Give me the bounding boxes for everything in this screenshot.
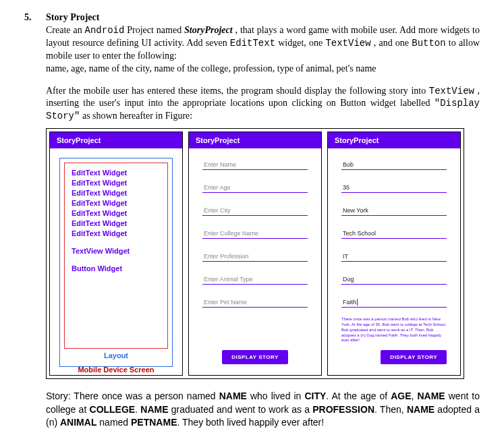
panel-empty-form: StoryProject Enter Name Enter Age Enter … <box>188 132 322 376</box>
app-bar: StoryProject <box>189 132 321 148</box>
pet-field[interactable]: Faith <box>341 295 447 308</box>
panel-content: EditText Widget EditText Widget EditText… <box>50 148 182 375</box>
heading-number: 5. <box>24 12 40 23</box>
code-android: Android <box>85 25 125 36</box>
text: who lived in <box>247 391 304 401</box>
placeholder-name: NAME <box>219 391 247 401</box>
text: Project named <box>127 25 184 35</box>
age-field[interactable]: 35 <box>341 180 447 193</box>
intro-paragraph-1: Create an Android Project named StoryPro… <box>46 24 480 76</box>
layout-caption: Layout <box>64 351 168 360</box>
placeholder-name4: NAME <box>407 404 435 415</box>
edittext-widget: EditText Widget <box>72 189 161 197</box>
college-field[interactable]: Enter College Name <box>202 226 308 239</box>
placeholder-petname: PETNAME <box>131 417 177 428</box>
edittext-widget: EditText Widget <box>72 209 161 217</box>
pet-field[interactable]: Enter Pet Name <box>202 295 308 308</box>
edittext-widget: EditText Widget <box>72 199 161 207</box>
display-story-button[interactable]: DISPLAY STORY <box>222 350 288 364</box>
story-textview: There once was a person named Bob who li… <box>335 314 453 343</box>
app-bar: StoryProject <box>328 132 460 148</box>
placeholder-profession: PROFESSION <box>312 404 374 415</box>
text: Create an <box>46 25 85 35</box>
panel-content: Enter Name Enter Age Enter City Enter Co… <box>189 148 321 375</box>
code-edittext: EditText <box>230 38 275 49</box>
text: . At the age of <box>326 391 391 401</box>
text: named <box>96 417 131 428</box>
animal-field[interactable]: Dog <box>341 272 447 285</box>
app-bar: StoryProject <box>50 132 182 148</box>
project-name: StoryProject <box>184 25 233 35</box>
college-field[interactable]: Tech School <box>341 226 447 239</box>
placeholder-age: AGE <box>391 391 411 401</box>
name-field[interactable]: Bob <box>341 157 447 170</box>
placeholder-city: CITY <box>304 391 326 401</box>
animal-field[interactable]: Enter Animal Type <box>202 272 308 285</box>
intro-paragraph-2: After the mobile user has entered these … <box>46 85 480 123</box>
code-button: Button <box>412 38 445 49</box>
edittext-widget: EditText Widget <box>72 179 161 187</box>
heading: 5. Story Project <box>24 12 480 23</box>
page: 5. Story Project Create an Android Proje… <box>0 0 504 431</box>
story-template: Story: There once was a person named NAM… <box>46 390 480 430</box>
text: graduated and went to work as a <box>169 404 313 415</box>
screen-box: EditText Widget EditText Widget EditText… <box>64 163 168 349</box>
heading-title: Story Project <box>46 12 99 23</box>
profession-field[interactable]: IT <box>341 249 447 262</box>
screen-caption: Mobile Device Screen <box>59 366 173 374</box>
panel-filled-form: StoryProject Bob 35 New York Tech School… <box>327 132 461 376</box>
text: as shown hereafter in Figure: <box>82 111 192 121</box>
textview-widget: TextView Widget <box>72 247 161 255</box>
panel-layout-diagram: StoryProject EditText Widget EditText Wi… <box>49 132 183 376</box>
figure: StoryProject EditText Widget EditText Wi… <box>46 128 464 379</box>
edittext-widget: EditText Widget <box>72 229 161 237</box>
panel-content: Bob 35 New York Tech School IT Dog Faith… <box>328 148 460 375</box>
city-field[interactable]: New York <box>341 203 447 216</box>
layout-box: EditText Widget EditText Widget EditText… <box>59 158 173 367</box>
code-textview: TextView <box>325 38 370 49</box>
pet-value: Faith <box>343 299 358 306</box>
button-widget: Button Widget <box>72 264 161 272</box>
field-list: name, age, name of the city, name of the… <box>46 63 376 74</box>
placeholder-animal: ANIMAL <box>60 417 96 428</box>
profession-field[interactable]: Enter Profession <box>202 249 308 262</box>
text: After the mobile user has entered these … <box>46 86 429 96</box>
text: , and one <box>374 38 412 48</box>
placeholder-college: COLLEGE <box>90 404 136 415</box>
name-field[interactable]: Enter Name <box>202 157 308 170</box>
text: Story: There once was a person named <box>46 391 219 401</box>
display-story-button[interactable]: DISPLAY STORY <box>381 350 447 364</box>
age-field[interactable]: Enter Age <box>202 180 308 193</box>
placeholder-name3: NAME <box>140 404 168 415</box>
placeholder-name2: NAME <box>417 391 445 401</box>
city-field[interactable]: Enter City <box>202 203 308 216</box>
edittext-widget: EditText Widget <box>72 169 161 177</box>
edittext-widget: EditText Widget <box>72 219 161 227</box>
text: . Then, <box>374 404 407 415</box>
code-textview2: TextView <box>429 86 474 96</box>
text: . They both lived happily ever after! <box>177 417 324 428</box>
text: widget, one <box>278 38 325 48</box>
